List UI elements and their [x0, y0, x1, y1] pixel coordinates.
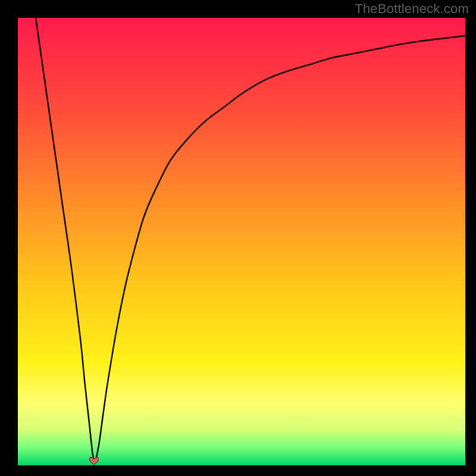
watermark-text: TheBottleneck.com — [355, 1, 469, 17]
gradient-bg — [18, 18, 465, 465]
chart-frame: TheBottleneck.com — [0, 0, 476, 476]
chart-svg — [18, 18, 465, 465]
plot-area — [18, 18, 465, 465]
